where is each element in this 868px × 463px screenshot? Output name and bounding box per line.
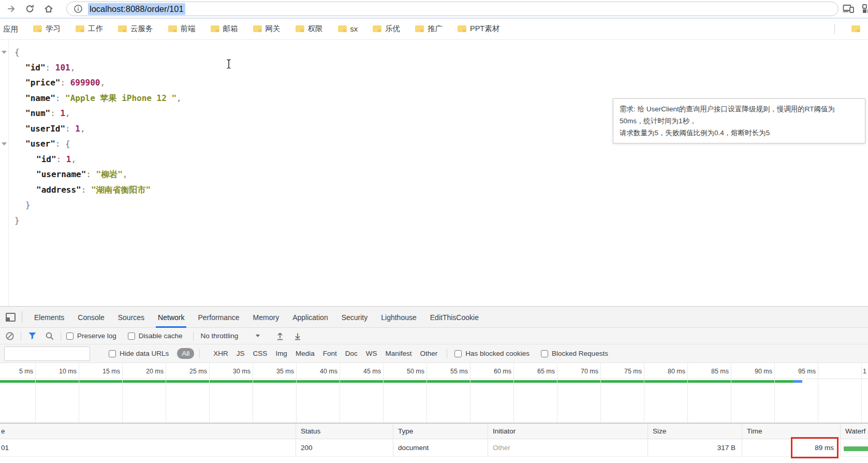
timeline-tick-label: 60 ms [482,368,511,375]
page-info-icon[interactable] [73,4,83,13]
json-token-pc: : [86,169,96,179]
json-token-key: "address" [36,185,81,195]
address-bar[interactable]: localhost:8088/order/101 [66,2,838,16]
collapse-triangle-icon[interactable] [2,142,7,146]
timeline-tick-label: 75 ms [613,368,642,375]
bookmark-folder[interactable]: 工作 [76,24,103,34]
filter-pill-css[interactable]: CSS [253,350,268,357]
preserve-log-checkbox[interactable] [66,332,73,340]
bookmark-folder[interactable]: 邮箱 [211,24,238,34]
has-blocked-cookies-label: Has blocked cookies [465,350,529,357]
collapse-triangle-icon[interactable] [2,51,7,54]
timeline-gridline [35,363,36,423]
tab-performance[interactable]: Performance [191,307,246,328]
json-token-key: "num" [25,108,50,118]
column-header-waterfall[interactable]: Waterf [840,424,868,439]
bookmark-folder[interactable]: 网关 [253,24,281,34]
blocked-requests-checkbox[interactable] [541,350,548,357]
column-header-type[interactable]: Type [393,424,488,439]
timeline-tick-label: 70 ms [569,368,598,375]
request-row[interactable]: 01 200 document Other 317 B 89 ms [0,439,868,457]
browser-toolbar: localhost:8088/order/101 [0,0,868,19]
disable-cache-checkbox[interactable] [128,332,135,340]
export-har-icon[interactable] [292,330,303,342]
import-har-icon[interactable] [274,330,286,342]
search-icon[interactable] [44,330,55,342]
json-token-pc: : [50,108,60,118]
overview-blue-tip [793,380,802,383]
forward-icon[interactable] [4,2,19,16]
toolbar-separator [193,331,194,341]
bookmark-folder[interactable]: 乐优 [373,24,400,34]
timeline-tick-label: 40 ms [308,368,337,375]
tab-security[interactable]: Security [335,307,375,328]
cast-devices-icon[interactable] [843,4,855,16]
toolbar-separator [21,331,21,341]
dock-side-icon[interactable] [6,313,16,322]
filter-pill-other[interactable]: Other [420,350,437,357]
tab-sources[interactable]: Sources [111,307,151,328]
tab-elements[interactable]: Elements [27,307,71,328]
filter-pill-js[interactable]: JS [237,350,245,357]
json-token-num: 1 [66,154,71,164]
has-blocked-cookies-checkbox[interactable] [454,350,462,357]
bookmark-folder[interactable]: 云服务 [118,24,153,34]
tab-memory[interactable]: Memory [246,307,286,328]
home-icon[interactable] [41,2,56,16]
filter-separator [199,349,200,358]
json-token-pc: : [60,78,70,88]
folder-icon [415,25,424,32]
filter-pill-all[interactable]: All [177,348,194,359]
filter-pill-media[interactable]: Media [296,350,315,357]
network-filter-input[interactable] [4,346,90,361]
apps-shortcut[interactable]: 应用 [3,24,18,34]
bookmark-label: 网关 [266,24,281,34]
filter-funnel-icon[interactable] [26,330,38,342]
json-line: "id": 1, [14,152,182,167]
request-size: 317 B [648,439,742,456]
column-header-name[interactable]: e [0,424,296,439]
filter-pill-xhr[interactable]: XHR [213,350,228,357]
column-header-time[interactable]: Time [742,424,840,439]
tab-console[interactable]: Console [71,307,111,328]
bookmark-folder[interactable]: sx [338,25,358,33]
filter-pill-font[interactable]: Font [323,350,337,357]
tab-lighthouse[interactable]: Lighthouse [374,307,423,328]
json-token-str: "Apple 苹果 iPhone 12 " [65,93,176,103]
tab-network[interactable]: Network [151,307,191,328]
folder-icon [373,25,381,32]
filter-pill-manifest[interactable]: Manifest [385,350,411,357]
timeline-gridline [644,363,644,423]
filter-pill-doc[interactable]: Doc [345,350,358,357]
timeline-tick-label: 5 ms [4,368,33,375]
clear-log-icon[interactable] [4,330,16,342]
folder-icon [296,25,304,32]
hide-data-urls-label: Hide data URLs [120,350,169,357]
folder-icon[interactable] [851,25,860,32]
bookmark-folder[interactable]: 权限 [296,24,323,34]
json-line: "id": 101, [14,60,182,76]
filter-pill-ws[interactable]: WS [366,350,377,357]
extension-icon[interactable] [862,4,868,16]
filter-pill-img[interactable]: Img [275,350,287,357]
timeline-gridline [79,363,79,423]
tab-application[interactable]: Application [286,307,335,328]
bookmark-folder[interactable]: 学习 [33,24,61,34]
bookmark-folder[interactable]: 前端 [168,24,196,34]
bookmark-folder[interactable]: PPT素材 [458,24,499,34]
tab-editthiscookie[interactable]: EditThisCookie [423,307,486,328]
timeline-tick-label: 55 ms [439,368,468,375]
throttling-dropdown[interactable]: No throttling [201,332,260,340]
json-token-key: "user" [25,139,55,149]
column-header-size[interactable]: Size [648,424,742,439]
column-header-initiator[interactable]: Initiator [488,424,648,439]
reload-icon[interactable] [23,2,37,16]
hide-data-urls-checkbox[interactable] [109,350,116,357]
column-divider [488,424,488,457]
folder-icon [458,25,466,32]
bookmark-folder[interactable]: 推广 [415,24,443,34]
json-token-str: "湖南省衡阳市" [91,185,151,195]
json-line: "num": 1, [14,106,182,121]
column-header-status[interactable]: Status [296,424,393,439]
bookmarks-bar: 应用 学习工作云服务前端邮箱网关权限sx乐优推广PPT素材 [0,19,868,40]
